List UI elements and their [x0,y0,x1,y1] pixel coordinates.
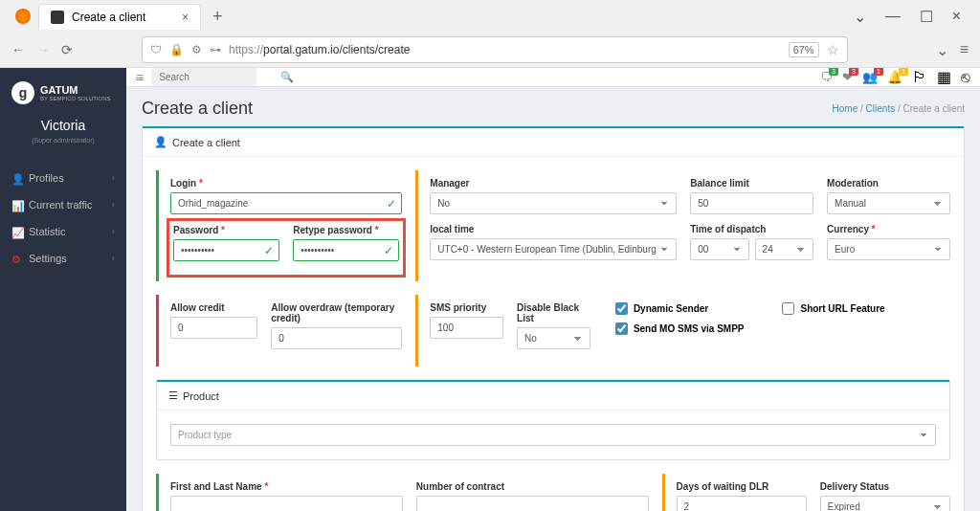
notif-icon-3[interactable]: 👥1 [862,70,878,84]
features-section: Dynamic Sender Send MO SMS via SMPP Shor… [604,295,950,367]
name-input[interactable] [170,496,403,511]
notif-icon-4[interactable]: 🔔1 [887,70,902,84]
dlr-input[interactable] [677,496,807,511]
window-controls: ⌄ — ☐ × [854,8,972,26]
credit-input[interactable] [170,317,257,339]
product-type-select[interactable]: Product type [170,424,936,446]
topbar: ≡ 🔍 🗨3 ❤3 👥1 🔔1 🏳 ▦ ⎋ [126,68,980,87]
retype-label: Retype password * [293,225,399,235]
moderation-label: Moderation [827,178,950,189]
check-icon: ✓ [384,244,393,257]
password-highlight: Password * ✓ Retype password * [167,218,406,278]
localtime-select[interactable]: UTC+0 - Western European Time (Dublin, E… [430,238,677,260]
sidebar-item-profiles[interactable]: 👤Profiles‹ [0,165,126,191]
currency-label: Currency * [827,224,950,234]
nav-bar: ← → ⟳ 🛡 🔒 ⚙ ⊶ https://portal.gatum.io/cl… [0,33,980,67]
balance-label: Balance limit [690,178,813,189]
browser-tab[interactable]: Create a client × [38,4,201,30]
contract-label: Number of contract [416,481,649,492]
maximize-button[interactable]: ☐ [920,8,933,26]
create-client-panel: 👤 Create a client Login * ✓ [142,126,965,511]
check-icon: ✓ [264,244,274,257]
notif-icon-2[interactable]: ❤3 [842,70,853,84]
main-content: ≡ 🔍 🗨3 ❤3 👥1 🔔1 🏳 ▦ ⎋ Create a client Ho… [126,68,980,511]
sidebar-item-statistic[interactable]: 📈Statistic‹ [0,218,126,245]
close-tab-icon[interactable]: × [182,11,189,24]
dispatch-from-select[interactable]: 00 [690,238,748,260]
balance-input[interactable] [690,192,813,214]
login-section: Login * ✓ Password * [156,170,402,281]
url-bar[interactable]: 🛡 🔒 ⚙ ⊶ https://portal.gatum.io/clients/… [142,36,848,63]
product-icon: ☰ [168,389,178,402]
url-text: https://portal.gatum.io/clients/create [229,43,781,56]
manager-label: Manager [430,178,677,189]
credit-section: Allow credit Allow overdraw (temporary c… [156,295,402,367]
flag-icon[interactable]: 🏳 [912,69,927,86]
tab-favicon [51,11,64,24]
dispatch-label: Time of dispatch [690,224,813,234]
currency-select[interactable]: Euro [827,238,950,260]
minimize-button[interactable]: — [885,8,901,26]
blacklist-label: Disable Black List [517,302,590,323]
firefox-icon [15,9,31,24]
bookmark-icon[interactable]: ☆ [827,42,839,57]
grid-icon[interactable]: ▦ [937,68,951,86]
contact-section: First and Last Name * Number of contract [156,474,649,511]
dynamic-sender-checkbox[interactable] [615,302,628,315]
manager-select[interactable]: No [430,192,677,214]
crumb-clients[interactable]: Clients [866,103,896,114]
shield-icon[interactable]: 🛡 [150,43,162,56]
overdraw-label: Allow overdraw (temporary credit) [271,302,402,323]
lock-icon: 🔒 [169,43,184,56]
key-icon[interactable]: ⊶ [210,43,221,56]
hamburger-icon[interactable]: ≡ [136,70,144,85]
crumb-home[interactable]: Home [833,103,858,114]
send-mo-checkbox[interactable] [615,322,628,335]
zoom-level[interactable]: 67% [789,42,819,57]
dlr-label: Days of waiting DLR [677,481,807,492]
notif-icon-1[interactable]: 🗨3 [820,70,833,84]
name-label: First and Last Name * [170,481,403,492]
login-input[interactable] [170,192,402,214]
product-panel: ☰ Product Product type [156,380,950,460]
menu-icon[interactable]: ≡ [960,41,969,59]
permissions-icon[interactable]: ⚙ [191,43,202,56]
pocket-icon[interactable]: ⌄ [936,41,948,59]
forward-button[interactable]: → [36,42,50,57]
dlr-section: Days of waiting DLR Delivery Status Expi… [662,474,950,511]
back-button[interactable]: ← [11,42,25,57]
priority-label: SMS priority [430,302,503,313]
sidebar: g GATUM BY SEMPICO SOLUTIONS Victoria (S… [0,68,126,511]
chevron-down-icon[interactable]: ⌄ [854,8,866,26]
search-icon[interactable]: 🔍 [280,71,294,83]
user-icon: 👤 [154,136,167,148]
blacklist-select[interactable]: No [517,327,590,349]
sms-section: SMS priority Disable Black List No [415,295,590,367]
sidebar-item-traffic[interactable]: 📊Current traffic‹ [0,191,126,218]
reload-button[interactable]: ⟳ [61,42,73,57]
page-title: Create a client [142,99,253,119]
short-url-checkbox[interactable] [782,302,794,315]
logo: g GATUM BY SEMPICO SOLUTIONS [11,81,115,104]
priority-input[interactable] [430,317,503,339]
delivery-select[interactable]: Expired [820,496,950,511]
settings-section: Manager No Balance limit Moderation Manu… [415,170,950,281]
localtime-label: local time [430,224,677,234]
delivery-label: Delivery Status [820,481,950,492]
moderation-select[interactable]: Manual [827,192,950,214]
close-window-button[interactable]: × [952,8,961,26]
login-label: Login * [170,178,402,189]
user-name: Victoria [11,118,115,133]
panel-header: 👤 Create a client [143,128,964,157]
dispatch-to-select[interactable]: 24 [755,238,813,260]
search-input[interactable] [159,72,280,82]
sidebar-item-settings[interactable]: ⚙Settings‹ [0,245,126,272]
contract-input[interactable] [416,496,649,511]
credit-label: Allow credit [170,302,257,313]
search-box[interactable]: 🔍 [151,68,256,86]
logout-icon[interactable]: ⎋ [961,69,970,86]
overdraw-input[interactable] [271,327,402,349]
new-tab-button[interactable]: + [212,7,223,27]
tab-bar: Create a client × + ⌄ — ☐ × [0,0,980,33]
product-header: ☰ Product [157,382,949,411]
